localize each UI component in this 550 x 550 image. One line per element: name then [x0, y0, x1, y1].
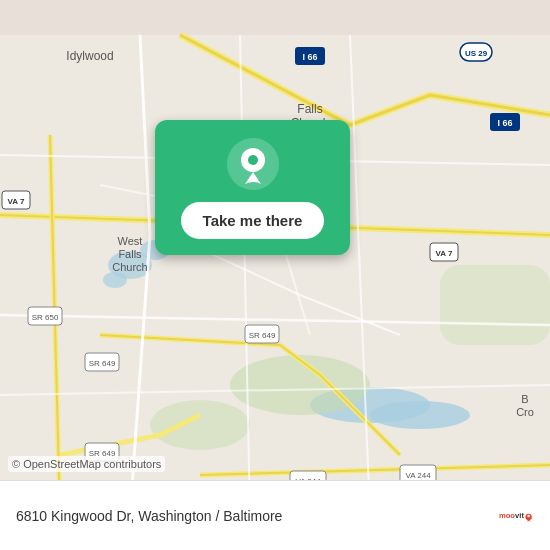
svg-text:VA 244: VA 244: [405, 471, 431, 480]
svg-text:Idylwood: Idylwood: [66, 49, 113, 63]
svg-point-45: [527, 514, 530, 517]
copyright-text: © OpenStreetMap contributors: [8, 456, 165, 472]
svg-rect-8: [440, 265, 550, 345]
svg-text:SR 649: SR 649: [249, 331, 276, 340]
svg-text:moo: moo: [499, 510, 515, 519]
svg-text:Falls: Falls: [297, 102, 322, 116]
svg-text:Cro: Cro: [516, 406, 534, 418]
svg-point-5: [103, 272, 127, 288]
svg-text:Falls: Falls: [118, 248, 142, 260]
svg-text:West: West: [118, 235, 143, 247]
bottom-bar: 6810 Kingwood Dr, Washington / Baltimore…: [0, 480, 550, 550]
take-me-there-button[interactable]: Take me there: [181, 202, 325, 239]
map-container: I 66 US 29 VA 7 VA 7 I 66 SR 650 SR 649 …: [0, 0, 550, 550]
svg-text:I 66: I 66: [497, 118, 512, 128]
location-pin-icon: [227, 138, 279, 190]
svg-text:Church: Church: [112, 261, 147, 273]
svg-text:US 29: US 29: [465, 49, 488, 58]
svg-text:B: B: [521, 393, 528, 405]
svg-text:I 66: I 66: [302, 52, 317, 62]
moovit-logo: moo vit: [498, 498, 534, 534]
svg-text:VA 7: VA 7: [436, 249, 453, 258]
svg-text:SR 650: SR 650: [32, 313, 59, 322]
location-card: Take me there: [155, 120, 350, 255]
svg-point-7: [150, 400, 250, 450]
svg-text:vit: vit: [515, 510, 524, 519]
address-label: 6810 Kingwood Dr, Washington / Baltimore: [16, 508, 282, 524]
svg-text:SR 649: SR 649: [89, 359, 116, 368]
svg-point-41: [248, 155, 258, 165]
svg-text:VA 7: VA 7: [8, 197, 25, 206]
svg-point-2: [370, 401, 470, 429]
